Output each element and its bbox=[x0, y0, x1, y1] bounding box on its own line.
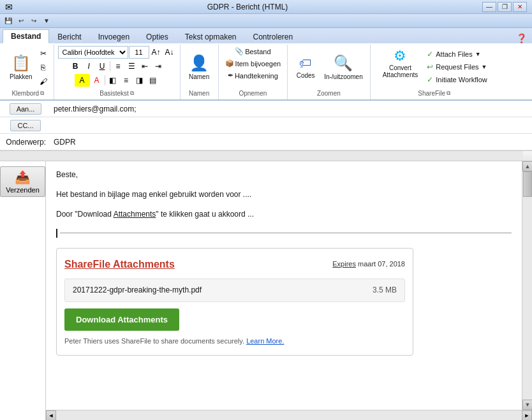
ribbon-tab-bar: Bestand Bericht Invoegen Opties Tekst op… bbox=[0, 28, 532, 43]
tab-invoegen[interactable]: Invoegen bbox=[90, 29, 138, 43]
separator bbox=[110, 61, 110, 71]
to-field[interactable] bbox=[51, 103, 532, 115]
download-attachments-button[interactable]: Download Attachments bbox=[64, 308, 179, 331]
expires-date: maart 07, 2018 bbox=[358, 260, 405, 268]
vertical-scrollbar: ▲ ▼ bbox=[522, 161, 532, 410]
message-body[interactable]: Beste, Het bestand in bijlage mag enkel … bbox=[46, 161, 522, 410]
tab-bericht[interactable]: Bericht bbox=[49, 29, 89, 43]
body-and-scrollbar: Beste, Het bestand in bijlage mag enkel … bbox=[46, 161, 532, 410]
font-family-select[interactable]: Calibri (Hoofdtek bbox=[58, 46, 128, 59]
align-right-btn[interactable]: ◨ bbox=[133, 74, 146, 87]
ribbon-group-klembord: 📋 Plakken ✂ ⎘ 🖌 Klembord ⧉ bbox=[3, 45, 54, 99]
ribbon-body: 📋 Plakken ✂ ⎘ 🖌 Klembord ⧉ Calibri (Hoo bbox=[0, 43, 532, 101]
basistekst-expand-icon[interactable]: ⧉ bbox=[130, 90, 134, 97]
format-painter-button[interactable]: 🖌 bbox=[37, 75, 50, 88]
indent-btn[interactable]: ⇥ bbox=[152, 60, 165, 73]
attachments-link: Attachments bbox=[114, 210, 156, 219]
file-name: 20171222-gdpr-breaking-the-myth.pdf bbox=[73, 284, 202, 296]
ribbon-help-btn[interactable]: ❓ bbox=[516, 33, 527, 43]
attachment-title: ShareFile Attachments bbox=[64, 256, 175, 273]
initiate-workflow-button[interactable]: ✓ Initiate Workflow bbox=[424, 74, 491, 85]
bullet-list-btn[interactable]: ≡ bbox=[112, 60, 124, 73]
aan-button[interactable]: Aan... bbox=[10, 103, 42, 115]
ribbon-group-zoomen: 🏷 Codes 🔍 In-/uitzoomen Zoomen bbox=[288, 45, 371, 99]
attachment-header: ShareFile Attachments Expires maart 07, … bbox=[64, 256, 405, 273]
scroll-track-h[interactable] bbox=[56, 410, 522, 421]
subject-row: Onderwerp: bbox=[0, 134, 532, 150]
numbered-list-btn[interactable]: ☰ bbox=[125, 60, 138, 73]
bestand-btn[interactable]: 📎 Bestand bbox=[232, 46, 273, 57]
align-center-btn[interactable]: ≡ bbox=[120, 74, 133, 87]
save-quick-btn[interactable]: 💾 bbox=[3, 15, 14, 27]
plakken-button[interactable]: 📋 Plakken bbox=[6, 52, 36, 82]
namen-icon: 👤 bbox=[189, 54, 209, 72]
font-size-down-btn[interactable]: A↓ bbox=[163, 46, 176, 59]
item-bijvoegen-btn[interactable]: 📦 Item bijvoegen bbox=[223, 58, 284, 69]
send-button[interactable]: 📤 Verzenden bbox=[0, 166, 45, 197]
message-form: Aan... CC... Onderwerp: bbox=[0, 101, 532, 151]
scroll-track-v[interactable] bbox=[522, 171, 532, 400]
inuitzoomen-button[interactable]: 🔍 In-/uitzoomen bbox=[321, 52, 366, 82]
codes-button[interactable]: 🏷 Codes bbox=[292, 54, 320, 81]
tab-bestand[interactable]: Bestand bbox=[3, 29, 49, 43]
request-files-icon: ↩ bbox=[427, 62, 433, 71]
sharefile-expand-icon[interactable]: ⧉ bbox=[447, 90, 450, 97]
qa-dropdown-btn[interactable]: ▼ bbox=[41, 15, 52, 27]
request-files-button[interactable]: ↩ Request Files ▼ bbox=[424, 61, 491, 73]
attach-files-button[interactable]: ✓ Attach Files ▼ bbox=[424, 48, 491, 60]
highlight-btn[interactable]: A bbox=[75, 74, 90, 87]
scroll-down-btn[interactable]: ▼ bbox=[522, 400, 532, 410]
item-icon: 📦 bbox=[225, 59, 234, 68]
undo-quick-btn[interactable]: ↩ bbox=[15, 15, 27, 27]
to-row: Aan... bbox=[0, 101, 532, 117]
handtekening-icon: ✒ bbox=[228, 71, 233, 80]
redo-quick-btn[interactable]: ↪ bbox=[28, 15, 40, 27]
scroll-left-btn[interactable]: ◄ bbox=[46, 410, 56, 421]
convert-icon: ⚙ bbox=[394, 48, 406, 64]
bold-button[interactable]: B bbox=[69, 60, 82, 73]
close-button[interactable]: ✕ bbox=[513, 2, 527, 12]
restore-button[interactable]: ❐ bbox=[498, 2, 512, 12]
body-line2: Het bestand in bijlage mag enkel gebruik… bbox=[56, 189, 512, 201]
scroll-right-btn[interactable]: ► bbox=[522, 410, 532, 421]
tab-controleren[interactable]: Controleren bbox=[245, 29, 302, 43]
underline-button[interactable]: U bbox=[96, 60, 108, 73]
convert-attachments-button[interactable]: ⚙ Convert Attachments bbox=[378, 46, 423, 80]
scroll-up-btn[interactable]: ▲ bbox=[522, 161, 532, 171]
ribbon-group-sharefile: ⚙ Convert Attachments ✓ Attach Files ▼ ↩… bbox=[371, 45, 498, 99]
body-line3: Door "Download Attachments" te klikken g… bbox=[56, 208, 512, 221]
font-size-up-btn[interactable]: A↑ bbox=[150, 46, 163, 59]
namen-button[interactable]: 👤 Namen bbox=[185, 52, 213, 82]
app-window: ✉ GDPR - Bericht (HTML) — ❐ ✕ 💾 ↩ ↪ ▼ Be… bbox=[0, 0, 532, 420]
file-size: 3.5 MB bbox=[373, 284, 397, 296]
scroll-thumb-v[interactable] bbox=[523, 171, 532, 197]
cut-button[interactable]: ✂ bbox=[37, 47, 50, 60]
font-color-btn[interactable]: A bbox=[91, 74, 103, 87]
align-left-btn[interactable]: ◧ bbox=[107, 74, 119, 87]
font-size-input[interactable] bbox=[129, 46, 149, 59]
outdent-btn[interactable]: ⇤ bbox=[138, 60, 151, 73]
title-bar: ✉ GDPR - Bericht (HTML) — ❐ ✕ bbox=[0, 0, 532, 14]
subject-field[interactable] bbox=[51, 136, 532, 148]
request-files-dropdown-icon: ▼ bbox=[482, 64, 487, 70]
justify-btn[interactable]: ▤ bbox=[147, 74, 159, 87]
copy-button[interactable]: ⎘ bbox=[37, 61, 50, 74]
ribbon-group-opnemen: 📎 Bestand 📦 Item bijvoegen ✒ Handtekenin… bbox=[219, 45, 288, 99]
window-controls: — ❐ ✕ bbox=[482, 2, 527, 12]
minimize-button[interactable]: — bbox=[482, 2, 496, 12]
body-separator bbox=[60, 233, 512, 233]
klembord-expand-icon[interactable]: ⧉ bbox=[40, 90, 44, 97]
cc-button[interactable]: CC... bbox=[10, 120, 40, 131]
learn-more-link[interactable]: Learn More. bbox=[246, 337, 284, 345]
handtekening-btn[interactable]: ✒ Handtekening bbox=[225, 70, 281, 81]
svg-rect-0 bbox=[0, 151, 523, 161]
attach-files-icon: ✓ bbox=[427, 50, 433, 59]
body-scroll-area: Beste, Het bestand in bijlage mag enkel … bbox=[46, 161, 532, 420]
tab-tekst-opmaken[interactable]: Tekst opmaken bbox=[177, 29, 245, 43]
italic-button[interactable]: I bbox=[82, 60, 95, 73]
tab-opties[interactable]: Opties bbox=[138, 29, 177, 43]
cc-field[interactable] bbox=[51, 120, 532, 131]
promo-text: Peter Thiers uses ShareFile to share doc… bbox=[64, 336, 405, 347]
ribbon-group-basistekst: Calibri (Hoofdtek A↑ A↓ B I U ≡ ☰ ⇤ ⇥ bbox=[54, 45, 181, 99]
expires-label: Expires bbox=[332, 260, 356, 268]
